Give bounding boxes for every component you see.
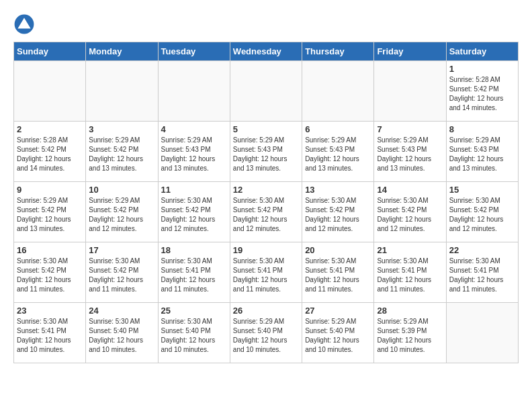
calendar-cell: 14Sunrise: 5:30 AM Sunset: 5:42 PM Dayli… [374,182,446,242]
calendar-cell: 5Sunrise: 5:29 AM Sunset: 5:43 PM Daylig… [230,122,302,182]
day-number: 16 [17,245,83,255]
day-header-monday: Monday [86,42,158,61]
cell-detail: Sunrise: 5:30 AM Sunset: 5:41 PM Dayligh… [305,257,371,294]
day-number: 1 [449,64,515,74]
week-row-1: 2Sunrise: 5:28 AM Sunset: 5:42 PM Daylig… [14,122,519,182]
calendar-cell: 20Sunrise: 5:30 AM Sunset: 5:41 PM Dayli… [302,242,374,303]
calendar-cell: 27Sunrise: 5:29 AM Sunset: 5:40 PM Dayli… [302,303,374,363]
cell-detail: Sunrise: 5:28 AM Sunset: 5:42 PM Dayligh… [449,75,515,113]
day-number: 6 [305,124,371,134]
day-number: 15 [449,185,515,195]
calendar-cell: 1Sunrise: 5:28 AM Sunset: 5:42 PM Daylig… [446,61,518,122]
calendar-cell [374,61,446,122]
calendar-cell: 23Sunrise: 5:30 AM Sunset: 5:41 PM Dayli… [14,303,86,363]
day-number: 11 [161,185,227,195]
cell-detail: Sunrise: 5:30 AM Sunset: 5:42 PM Dayligh… [161,196,227,234]
day-number: 22 [449,245,515,255]
calendar-cell: 7Sunrise: 5:29 AM Sunset: 5:43 PM Daylig… [374,122,446,182]
calendar-cell: 16Sunrise: 5:30 AM Sunset: 5:42 PM Dayli… [14,242,86,303]
day-number: 17 [89,245,154,255]
calendar-cell [14,61,86,122]
day-number: 21 [377,245,443,255]
calendar-cell: 12Sunrise: 5:30 AM Sunset: 5:42 PM Dayli… [230,182,302,242]
day-number: 27 [305,306,371,316]
page-header [13,13,519,35]
cell-detail: Sunrise: 5:29 AM Sunset: 5:43 PM Dayligh… [377,136,443,173]
day-header-tuesday: Tuesday [158,42,230,61]
cell-detail: Sunrise: 5:30 AM Sunset: 5:41 PM Dayligh… [377,257,443,294]
week-row-0: 1Sunrise: 5:28 AM Sunset: 5:42 PM Daylig… [14,61,519,122]
calendar-cell [230,61,302,122]
day-number: 18 [161,245,227,255]
logo-icon [13,13,35,35]
calendar-cell: 2Sunrise: 5:28 AM Sunset: 5:42 PM Daylig… [14,122,86,182]
cell-detail: Sunrise: 5:30 AM Sunset: 5:41 PM Dayligh… [449,257,515,294]
calendar-cell [446,303,518,363]
day-number: 10 [89,185,154,195]
cell-detail: Sunrise: 5:29 AM Sunset: 5:43 PM Dayligh… [233,136,299,173]
calendar-cell: 10Sunrise: 5:29 AM Sunset: 5:42 PM Dayli… [86,182,158,242]
calendar-cell: 11Sunrise: 5:30 AM Sunset: 5:42 PM Dayli… [158,182,230,242]
week-row-2: 9Sunrise: 5:29 AM Sunset: 5:42 PM Daylig… [14,182,519,242]
cell-detail: Sunrise: 5:30 AM Sunset: 5:40 PM Dayligh… [89,317,154,355]
cell-detail: Sunrise: 5:29 AM Sunset: 5:42 PM Dayligh… [17,196,83,234]
calendar-cell [302,61,374,122]
day-number: 3 [89,124,154,134]
calendar-cell: 18Sunrise: 5:30 AM Sunset: 5:41 PM Dayli… [158,242,230,303]
calendar-cell: 21Sunrise: 5:30 AM Sunset: 5:41 PM Dayli… [374,242,446,303]
day-number: 19 [233,245,299,255]
day-number: 4 [161,124,227,134]
calendar-cell: 8Sunrise: 5:29 AM Sunset: 5:43 PM Daylig… [446,122,518,182]
cell-detail: Sunrise: 5:29 AM Sunset: 5:40 PM Dayligh… [233,317,299,355]
calendar-cell: 22Sunrise: 5:30 AM Sunset: 5:41 PM Dayli… [446,242,518,303]
cell-detail: Sunrise: 5:29 AM Sunset: 5:42 PM Dayligh… [89,196,154,234]
calendar-cell: 9Sunrise: 5:29 AM Sunset: 5:42 PM Daylig… [14,182,86,242]
day-number: 23 [17,306,83,316]
day-number: 14 [377,185,443,195]
cell-detail: Sunrise: 5:30 AM Sunset: 5:42 PM Dayligh… [377,196,443,234]
calendar-cell: 26Sunrise: 5:29 AM Sunset: 5:40 PM Dayli… [230,303,302,363]
calendar-cell: 24Sunrise: 5:30 AM Sunset: 5:40 PM Dayli… [86,303,158,363]
cell-detail: Sunrise: 5:30 AM Sunset: 5:41 PM Dayligh… [17,317,83,355]
cell-detail: Sunrise: 5:29 AM Sunset: 5:40 PM Dayligh… [305,317,371,355]
calendar-cell: 13Sunrise: 5:30 AM Sunset: 5:42 PM Dayli… [302,182,374,242]
cell-detail: Sunrise: 5:30 AM Sunset: 5:42 PM Dayligh… [449,196,515,234]
cell-detail: Sunrise: 5:29 AM Sunset: 5:43 PM Dayligh… [161,136,227,173]
calendar-cell: 17Sunrise: 5:30 AM Sunset: 5:42 PM Dayli… [86,242,158,303]
day-number: 24 [89,306,154,316]
week-row-4: 23Sunrise: 5:30 AM Sunset: 5:41 PM Dayli… [14,303,519,363]
cell-detail: Sunrise: 5:30 AM Sunset: 5:42 PM Dayligh… [305,196,371,234]
day-number: 25 [161,306,227,316]
cell-detail: Sunrise: 5:29 AM Sunset: 5:43 PM Dayligh… [449,136,515,173]
day-header-wednesday: Wednesday [230,42,302,61]
day-number: 20 [305,245,371,255]
day-header-thursday: Thursday [302,42,374,61]
cell-detail: Sunrise: 5:28 AM Sunset: 5:42 PM Dayligh… [17,136,83,173]
day-header-friday: Friday [374,42,446,61]
day-number: 2 [17,124,83,134]
calendar-cell: 25Sunrise: 5:30 AM Sunset: 5:40 PM Dayli… [158,303,230,363]
calendar-cell: 4Sunrise: 5:29 AM Sunset: 5:43 PM Daylig… [158,122,230,182]
cell-detail: Sunrise: 5:29 AM Sunset: 5:42 PM Dayligh… [89,136,154,173]
cell-detail: Sunrise: 5:30 AM Sunset: 5:42 PM Dayligh… [89,257,154,294]
calendar-cell: 6Sunrise: 5:29 AM Sunset: 5:43 PM Daylig… [302,122,374,182]
week-row-3: 16Sunrise: 5:30 AM Sunset: 5:42 PM Dayli… [14,242,519,303]
cell-detail: Sunrise: 5:30 AM Sunset: 5:42 PM Dayligh… [233,196,299,234]
day-number: 8 [449,124,515,134]
cell-detail: Sunrise: 5:29 AM Sunset: 5:39 PM Dayligh… [377,317,443,355]
day-number: 12 [233,185,299,195]
cell-detail: Sunrise: 5:30 AM Sunset: 5:41 PM Dayligh… [233,257,299,294]
calendar-cell: 19Sunrise: 5:30 AM Sunset: 5:41 PM Dayli… [230,242,302,303]
logo [13,13,38,35]
cell-detail: Sunrise: 5:29 AM Sunset: 5:43 PM Dayligh… [305,136,371,173]
calendar-cell [86,61,158,122]
cell-detail: Sunrise: 5:30 AM Sunset: 5:40 PM Dayligh… [161,317,227,355]
calendar-table: SundayMondayTuesdayWednesdayThursdayFrid… [13,42,519,363]
day-header-saturday: Saturday [446,42,518,61]
day-number: 26 [233,306,299,316]
day-number: 9 [17,185,83,195]
day-number: 5 [233,124,299,134]
day-header-sunday: Sunday [14,42,86,61]
calendar-cell: 3Sunrise: 5:29 AM Sunset: 5:42 PM Daylig… [86,122,158,182]
calendar-cell: 15Sunrise: 5:30 AM Sunset: 5:42 PM Dayli… [446,182,518,242]
